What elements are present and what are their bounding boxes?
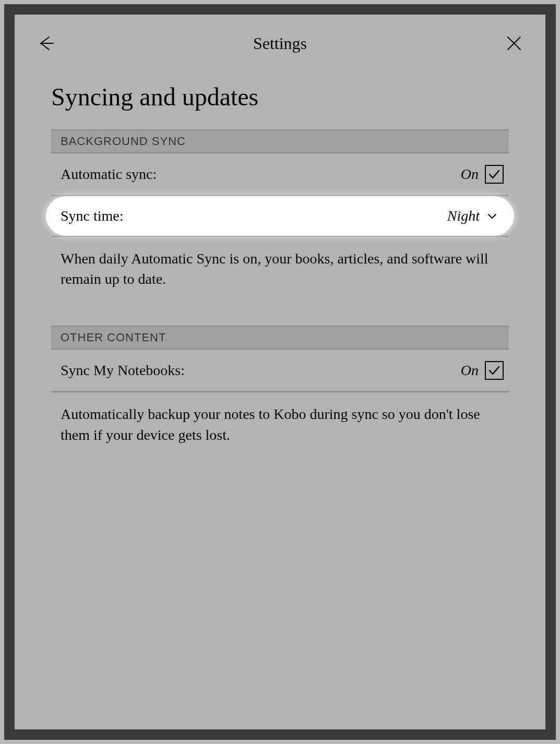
chevron-down-icon: [486, 210, 498, 222]
sync-notebooks-label: Sync My Notebooks:: [61, 362, 185, 379]
sync-time-value: Night: [447, 208, 480, 224]
automatic-sync-value: On: [461, 166, 479, 183]
background-sync-description: When daily Automatic Sync is on, your bo…: [51, 237, 509, 310]
automatic-sync-label: Automatic sync:: [61, 166, 157, 183]
checkmark-icon: [487, 167, 502, 182]
automatic-sync-row[interactable]: Automatic sync: On: [51, 153, 509, 196]
close-icon: [505, 34, 523, 53]
sync-notebooks-row[interactable]: Sync My Notebooks: On: [51, 350, 509, 392]
section-header-background-sync: BACKGROUND SYNC: [51, 129, 509, 153]
sync-notebooks-checkbox[interactable]: [485, 361, 504, 380]
automatic-sync-checkbox[interactable]: [485, 165, 504, 184]
checkmark-icon: [487, 363, 502, 378]
page-title: Syncing and updates: [51, 82, 509, 111]
back-button[interactable]: [35, 33, 56, 54]
other-content-description: Automatically backup your notes to Kobo …: [51, 392, 509, 465]
close-button[interactable]: [504, 33, 525, 54]
sync-time-row[interactable]: Sync time: Night: [46, 196, 514, 236]
sync-notebooks-value: On: [461, 362, 479, 379]
sync-time-dropdown[interactable]: [486, 210, 498, 222]
header-title: Settings: [253, 34, 307, 53]
sync-time-label: Sync time:: [61, 208, 124, 224]
section-header-other-content: OTHER CONTENT: [51, 326, 509, 350]
settings-header: Settings: [15, 15, 545, 67]
back-arrow-icon: [37, 34, 55, 53]
